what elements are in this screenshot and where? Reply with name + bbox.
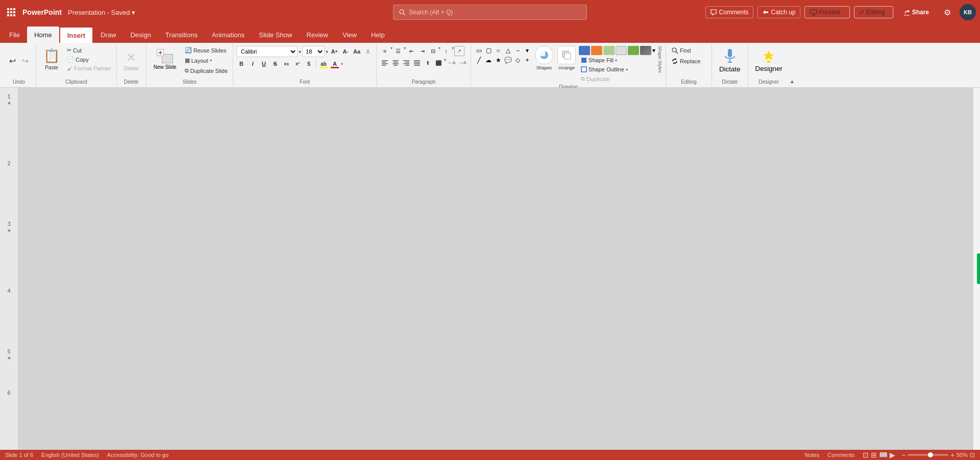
change-case-button[interactable]: Aa [352,46,362,57]
shape-rect[interactable]: ▭ [474,46,483,55]
tab-review[interactable]: Review [299,27,335,43]
notes-button[interactable]: Notes [804,452,819,458]
tab-design[interactable]: Design [123,27,158,43]
present-dropdown-arrow[interactable]: ▾ [842,10,844,15]
tab-draw[interactable]: Draw [93,27,123,43]
normal-view-button[interactable]: ⊡ [863,451,869,459]
waffle-icon[interactable] [4,5,18,19]
format-painter-button[interactable]: 🖌 Format Painter [65,64,113,72]
status-comments-button[interactable]: Comments [827,452,854,458]
comments-button[interactable]: Comments [705,6,753,18]
shapes-button[interactable] [535,46,553,64]
search-bar[interactable]: Search (Alt + Q) [393,5,587,20]
shape-outline-arrow[interactable]: ▾ [626,67,628,72]
cut-button[interactable]: ✂ Cut [65,46,113,55]
zoom-in-button[interactable]: + [950,451,954,459]
clear-formatting-button[interactable]: A [363,46,373,57]
shape-diamond[interactable]: ◇ [513,56,522,65]
align-center-button[interactable] [390,58,401,68]
tab-home[interactable]: Home [27,27,59,43]
designer-button[interactable]: Designer [751,46,787,76]
numbering-button[interactable]: ☰ [393,46,403,56]
underline-button[interactable]: U [259,59,269,69]
text-rtl-button[interactable]: →A [457,58,468,68]
justify-button[interactable] [412,58,422,68]
decrease-indent-button[interactable]: ⇤ [406,46,416,56]
font-dropdown-arrow[interactable]: ▾ [299,49,301,55]
shape-outline-button[interactable]: Shape Outline ▾ [579,65,655,73]
duplicate-button[interactable]: ⧉ Duplicate [579,74,655,83]
shape-star[interactable]: ★ [494,56,503,65]
tab-transitions[interactable]: Transitions [158,27,205,43]
text-direction-button[interactable]: ←A [447,58,457,68]
settings-icon[interactable]: ⚙ [939,4,955,20]
new-slide-button[interactable]: + New Slide [150,44,181,74]
shape-fill-button[interactable]: Shape Fill ▾ [579,56,655,64]
shape-rtarrow[interactable]: → [513,46,522,55]
shape-style-6[interactable] [640,46,651,55]
shape-style-3[interactable] [603,46,615,55]
more-para-button[interactable]: ↗ [454,46,464,56]
strikethrough-button[interactable]: S [270,59,280,69]
ribbon-expand-button[interactable]: ▲ [790,79,795,84]
font-family-select[interactable]: Calibri [236,46,298,57]
text-direction-arrow[interactable]: ▾ [444,58,446,68]
shape-style-2[interactable] [591,46,602,55]
duplicate-slide-button[interactable]: ⧉ Duplicate Slide [183,66,230,75]
arrange-button[interactable] [557,46,576,64]
canvas-area[interactable] [18,88,973,450]
editing-dropdown-arrow[interactable]: ▾ [887,10,889,15]
shape-triangle[interactable]: △ [503,46,512,55]
zoom-out-button[interactable]: − [901,451,905,459]
bullets-arrow[interactable]: ▾ [390,46,393,56]
editing-button[interactable]: Editing ▾ [854,6,893,18]
vertical-align-top-button[interactable]: ⬆ [423,58,433,68]
increase-indent-button[interactable]: ⇥ [417,46,427,56]
shape-line[interactable]: ╱ [474,56,483,65]
fit-window-button[interactable]: ⊡ [970,451,975,458]
font-size-select[interactable]: 18 [302,46,325,57]
dictate-button[interactable]: Dictate [715,46,744,76]
bullets-button[interactable]: ≡ [380,46,390,56]
shape-styles-more[interactable]: ▾ [652,46,655,55]
find-button[interactable]: Find [669,46,693,55]
redo-button[interactable]: ↪ [20,55,31,67]
undo-button[interactable]: ↩ [7,55,18,67]
font-color-button[interactable]: A [330,59,340,69]
font-color-arrow[interactable]: ▾ [341,62,343,66]
shrink-font-button[interactable]: A- [340,46,351,57]
zoom-slider[interactable] [908,454,948,456]
italic-button[interactable]: I [248,59,258,69]
shape-rounded[interactable]: ▢ [484,46,493,55]
replace-button[interactable]: Replace [669,57,702,66]
bold-button[interactable]: B [236,59,247,69]
subscript-button[interactable]: x₂ [281,59,291,69]
tab-insert[interactable]: Insert [59,27,93,43]
reuse-slides-button[interactable]: 🔄 Reuse Slides [183,46,230,55]
title-dropdown-arrow[interactable]: ▾ [132,9,135,16]
shape-style-5[interactable] [628,46,639,55]
vertical-align-middle-button[interactable]: ⬛ [433,58,444,68]
slide-show-button[interactable]: ▶ [890,451,895,459]
columns-arrow[interactable]: ▾ [438,46,440,56]
paste-button[interactable]: 📋 Paste [39,44,64,74]
shape-fill-arrow[interactable]: ▾ [615,58,617,63]
shape-plus[interactable]: + [523,56,532,65]
catch-up-button[interactable]: Catch up [757,6,800,18]
line-spacing-button[interactable]: ↕ [441,46,451,56]
shape-style-1[interactable] [579,46,590,55]
tab-help[interactable]: Help [364,27,392,43]
avatar[interactable]: KB [960,4,976,20]
superscript-button[interactable]: x² [292,59,303,69]
tab-animations[interactable]: Animations [205,27,252,43]
tab-slideshow[interactable]: Slide Show [252,27,299,43]
reading-view-button[interactable]: 📖 [879,451,888,459]
delete-button[interactable]: ✕ Delete [120,46,143,76]
shape-callout[interactable]: 💬 [503,56,512,65]
shape-style-4[interactable] [616,46,627,55]
shape-cloud[interactable]: ☁ [484,56,493,65]
share-button[interactable]: Share [897,6,935,18]
align-left-button[interactable] [380,58,390,68]
tab-view[interactable]: View [335,27,364,43]
text-shadow-button[interactable]: S [304,59,314,69]
